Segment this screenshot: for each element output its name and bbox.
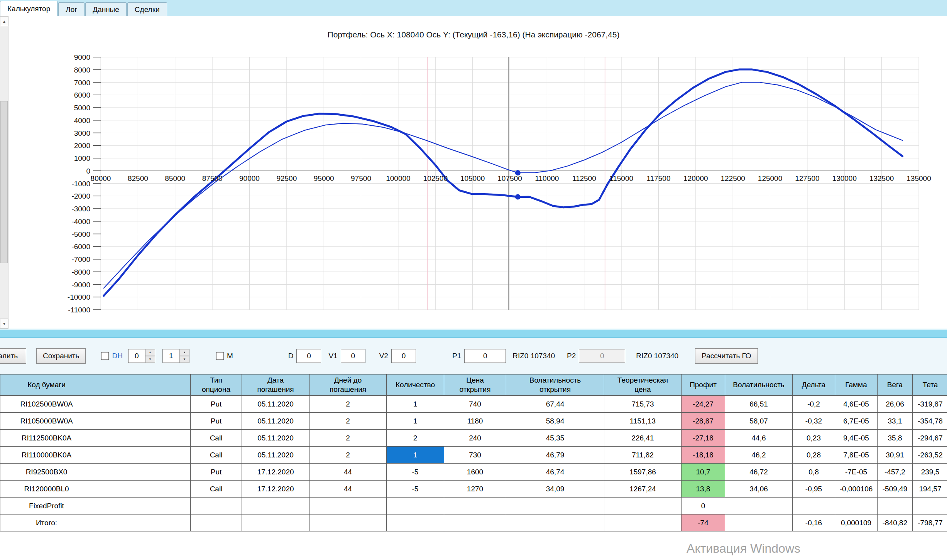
table-cell[interactable]: -457,2 xyxy=(878,464,913,481)
table-cell[interactable]: -0,2 xyxy=(793,396,835,413)
table-cell[interactable] xyxy=(604,514,682,531)
m-checkbox[interactable] xyxy=(216,352,224,360)
table-cell[interactable] xyxy=(242,514,309,531)
scroll-up-icon[interactable]: ▲ xyxy=(0,16,8,26)
table-cell[interactable]: Put xyxy=(191,464,242,481)
table-cell[interactable]: 33,1 xyxy=(878,413,913,430)
table-cell[interactable]: -24,27 xyxy=(682,396,725,413)
table-cell[interactable]: 44,6 xyxy=(725,430,793,447)
table-cell[interactable]: 194,57 xyxy=(913,481,947,498)
column-header[interactable]: Профит xyxy=(682,374,725,396)
table-cell[interactable]: 239,5 xyxy=(913,464,947,481)
table-cell[interactable]: 46,74 xyxy=(506,464,604,481)
table-cell[interactable]: 05.11.2020 xyxy=(242,396,309,413)
table-cell[interactable]: Put xyxy=(191,413,242,430)
table-cell[interactable]: Call xyxy=(191,481,242,498)
table-cell[interactable]: 1270 xyxy=(444,481,506,498)
tab-calculator[interactable]: Калькулятор xyxy=(0,1,57,16)
table-cell[interactable]: 715,73 xyxy=(604,396,682,413)
p1-input[interactable] xyxy=(464,349,506,363)
spinner-down-icon[interactable]: ▼ xyxy=(145,356,155,363)
table-cell[interactable]: 2 xyxy=(309,430,387,447)
v2-input[interactable] xyxy=(391,349,416,363)
table-cell[interactable]: 34,06 xyxy=(725,481,793,498)
column-header[interactable]: Цена открытия xyxy=(444,374,506,396)
table-cell[interactable]: 6,7E-05 xyxy=(835,413,878,430)
table-cell[interactable]: Итого: xyxy=(0,514,191,531)
chart-scrollbar[interactable]: ▲ ▼ xyxy=(0,16,8,329)
table-cell[interactable]: 2 xyxy=(309,396,387,413)
table-cell[interactable]: 7,8E-05 xyxy=(835,447,878,464)
table-cell[interactable]: 1600 xyxy=(444,464,506,481)
calc-go-button[interactable]: Рассчитать ГО xyxy=(695,348,758,364)
save-button[interactable]: Сохранить xyxy=(36,348,86,364)
table-cell[interactable]: -27,18 xyxy=(682,430,725,447)
table-cell[interactable]: 2 xyxy=(387,430,444,447)
table-cell[interactable]: 35,8 xyxy=(878,430,913,447)
table-cell[interactable]: 1151,13 xyxy=(604,413,682,430)
table-cell[interactable]: -18,18 xyxy=(682,447,725,464)
tab-log[interactable]: Лог xyxy=(58,2,85,16)
table-cell[interactable]: -509,49 xyxy=(878,481,913,498)
column-header[interactable]: Тета xyxy=(913,374,947,396)
table-cell[interactable]: 740 xyxy=(444,396,506,413)
table-cell[interactable] xyxy=(725,514,793,531)
table-cell[interactable]: 05.11.2020 xyxy=(242,430,309,447)
v1-input[interactable] xyxy=(341,349,365,363)
table-cell[interactable]: 4,6E-05 xyxy=(835,396,878,413)
table-cell[interactable]: 1180 xyxy=(444,413,506,430)
portfolio-payoff-chart[interactable]: 9000800070006000500040003000200010000-10… xyxy=(0,16,947,329)
table-cell[interactable]: 711,82 xyxy=(604,447,682,464)
spinner-up-icon[interactable]: ▲ xyxy=(179,349,189,356)
table-cell[interactable]: 10,7 xyxy=(682,464,725,481)
table-cell[interactable]: RI102500BW0A xyxy=(0,396,191,413)
table-cell[interactable] xyxy=(191,514,242,531)
table-cell[interactable]: -798,77 xyxy=(913,514,947,531)
table-cell[interactable]: 13,8 xyxy=(682,481,725,498)
table-cell[interactable]: 240 xyxy=(444,430,506,447)
table-cell[interactable]: 45,35 xyxy=(506,430,604,447)
column-header[interactable]: Волатильность открытия xyxy=(506,374,604,396)
table-cell[interactable]: RI110000BK0A xyxy=(0,447,191,464)
table-cell[interactable]: 17.12.2020 xyxy=(242,464,309,481)
table-cell[interactable] xyxy=(309,498,387,514)
table-cell[interactable]: 67,44 xyxy=(506,396,604,413)
table-cell[interactable]: 46,2 xyxy=(725,447,793,464)
tab-data[interactable]: Данные xyxy=(85,2,127,16)
table-cell[interactable]: Call xyxy=(191,447,242,464)
table-cell[interactable] xyxy=(506,498,604,514)
table-cell[interactable]: Put xyxy=(191,396,242,413)
column-header[interactable]: Код бумаги xyxy=(0,374,191,396)
p2-input[interactable] xyxy=(579,349,625,363)
table-cell[interactable]: -294,67 xyxy=(913,430,947,447)
table-cell[interactable]: -0,32 xyxy=(793,413,835,430)
table-cell[interactable] xyxy=(835,498,878,514)
scroll-thumb[interactable] xyxy=(0,101,8,263)
column-header[interactable]: Теоретическая цена xyxy=(604,374,682,396)
table-cell[interactable]: 2 xyxy=(309,413,387,430)
table-cell[interactable]: 0,000109 xyxy=(835,514,878,531)
column-header[interactable]: Количество xyxy=(387,374,444,396)
table-cell[interactable] xyxy=(242,498,309,514)
delete-button[interactable]: Удалить xyxy=(0,348,26,364)
column-header[interactable]: Дельта xyxy=(793,374,835,396)
table-cell[interactable]: Call xyxy=(191,430,242,447)
table-cell[interactable]: -840,82 xyxy=(878,514,913,531)
table-cell[interactable]: -263,52 xyxy=(913,447,947,464)
table-cell[interactable] xyxy=(191,498,242,514)
table-cell[interactable]: 66,51 xyxy=(725,396,793,413)
scroll-down-icon[interactable]: ▼ xyxy=(0,319,8,329)
table-cell[interactable]: 2 xyxy=(309,447,387,464)
table-cell[interactable] xyxy=(604,498,682,514)
d-input[interactable] xyxy=(296,349,321,363)
table-cell[interactable] xyxy=(387,514,444,531)
tab-deals[interactable]: Сделки xyxy=(127,2,167,16)
table-cell[interactable]: 730 xyxy=(444,447,506,464)
table-cell[interactable]: 30,91 xyxy=(878,447,913,464)
dh-checkbox[interactable] xyxy=(101,352,109,360)
table-cell[interactable]: 1 xyxy=(387,447,444,464)
table-cell[interactable]: 05.11.2020 xyxy=(242,413,309,430)
table-cell[interactable]: -74 xyxy=(682,514,725,531)
table-cell[interactable]: 58,07 xyxy=(725,413,793,430)
table-cell[interactable] xyxy=(444,498,506,514)
